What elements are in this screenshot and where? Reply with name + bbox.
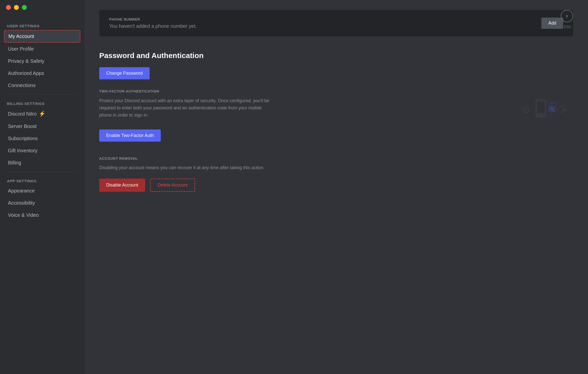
voice-video-label: Voice & Video — [8, 212, 39, 218]
titlebar — [0, 0, 84, 15]
two-factor-label: TWO-FACTOR AUTHENTICATION — [99, 89, 573, 93]
billing-label: Billing — [8, 160, 21, 166]
discord-nitro-label: Discord Nitro — [8, 111, 37, 117]
sidebar-item-server-boost[interactable]: Server Boost — [4, 121, 80, 132]
esc-label: ESC — [564, 25, 571, 29]
sidebar-item-user-profile[interactable]: User Profile — [4, 43, 80, 55]
sidebar-content: USER SETTINGS My Account User Profile Pr… — [0, 20, 84, 221]
sidebar-item-voice-video[interactable]: Voice & Video — [4, 209, 80, 221]
sidebar: USER SETTINGS My Account User Profile Pr… — [0, 0, 84, 374]
svg-point-2 — [540, 114, 542, 116]
sidebar-item-subscriptions[interactable]: Subscriptions — [4, 133, 80, 144]
fullscreen-traffic-light[interactable] — [22, 5, 27, 10]
two-factor-illustration — [519, 97, 573, 122]
sidebar-item-discord-nitro[interactable]: Discord Nitro ⚡ — [4, 108, 80, 120]
minimize-traffic-light[interactable] — [14, 5, 19, 10]
svg-point-5 — [558, 107, 564, 113]
authorized-apps-label: Authorized Apps — [8, 70, 44, 76]
add-phone-button[interactable]: Add — [541, 18, 563, 29]
disable-account-button[interactable]: Disable Account — [99, 179, 145, 192]
phone-section: PHONE NUMBER You haven't added a phone n… — [99, 10, 573, 36]
phone-value: You haven't added a phone number yet. — [109, 23, 197, 29]
my-account-label: My Account — [8, 33, 34, 39]
user-profile-label: User Profile — [8, 46, 34, 52]
svg-point-4 — [551, 108, 553, 110]
appearance-label: Appearance — [8, 188, 35, 194]
close-traffic-light[interactable] — [6, 5, 11, 10]
user-settings-label: USER SETTINGS — [4, 20, 80, 30]
delete-account-button[interactable]: Delete Account — [150, 179, 195, 192]
sidebar-item-appearance[interactable]: Appearance — [4, 185, 80, 197]
sidebar-item-my-account[interactable]: My Account — [4, 30, 80, 43]
account-removal-label: ACCOUNT REMOVAL — [99, 156, 573, 160]
nitro-icon: ⚡ — [39, 111, 45, 117]
change-password-button[interactable]: Change Password — [99, 67, 150, 79]
close-button[interactable]: × — [561, 10, 573, 22]
gift-inventory-label: Gift Inventory — [8, 148, 37, 154]
subscriptions-label: Subscriptions — [8, 136, 38, 141]
password-section-title: Password and Authentication — [99, 51, 573, 60]
sidebar-item-connections[interactable]: Connections — [4, 80, 80, 91]
divider-2 — [7, 172, 77, 172]
sidebar-item-authorized-apps[interactable]: Authorized Apps — [4, 67, 80, 79]
sidebar-item-billing[interactable]: Billing — [4, 157, 80, 169]
privacy-safety-label: Privacy & Safety — [8, 58, 44, 64]
svg-rect-1 — [537, 102, 545, 113]
billing-settings-label: BILLING SETTINGS — [4, 97, 80, 108]
divider-1 — [7, 94, 77, 94]
app-settings-label: APP SETTINGS — [4, 175, 80, 185]
phone-label: PHONE NUMBER — [109, 17, 197, 21]
connections-label: Connections — [8, 83, 35, 88]
sidebar-item-privacy-safety[interactable]: Privacy & Safety — [4, 55, 80, 67]
svg-point-10 — [525, 108, 527, 111]
account-removal-description: Disabling your account means you can rec… — [99, 164, 573, 171]
sidebar-item-gift-inventory[interactable]: Gift Inventory — [4, 145, 80, 156]
server-boost-label: Server Boost — [8, 124, 37, 129]
phone-info: PHONE NUMBER You haven't added a phone n… — [109, 17, 197, 29]
removal-buttons: Disable Account Delete Account — [99, 179, 573, 192]
sidebar-item-accessibility[interactable]: Accessibility — [4, 197, 80, 209]
enable-2fa-button[interactable]: Enable Two-Factor Auth — [99, 129, 161, 142]
accessibility-label: Accessibility — [8, 200, 35, 206]
two-factor-description: Protect your Discord account with an ext… — [99, 97, 273, 119]
two-factor-content: Protect your Discord account with an ext… — [99, 97, 573, 122]
close-icon: × — [565, 13, 569, 20]
main-content: × ESC PHONE NUMBER You haven't added a p… — [84, 0, 588, 374]
